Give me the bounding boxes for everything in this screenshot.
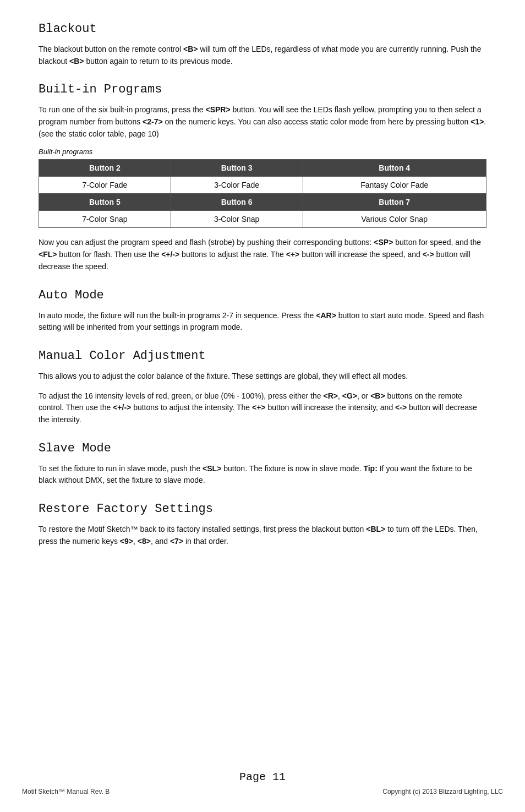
table-data-cell: Various Color Snap [303,211,486,228]
footer-bar: Motif Sketch™ Manual Rev. B Copyright (c… [0,788,525,795]
table-row: 7-Color Fade 3-Color Fade Fantasy Color … [39,177,486,194]
table-header-cell: Button 6 [171,194,303,211]
table-row: Button 5 Button 6 Button 7 [39,194,486,211]
section-title-blackout: Blackout [39,22,486,36]
table-header-cell: Button 7 [303,194,486,211]
built-in-programs-table: Button 2 Button 3 Button 4 7-Color Fade … [39,159,486,228]
table-data-cell: 7-Color Snap [39,211,171,228]
table-header-cell: Button 5 [39,194,171,211]
manual-color-para-1: This allows you to adjust the color bala… [39,370,486,383]
table-header-cell: Button 4 [303,160,486,177]
section-title-slave-mode: Slave Mode [39,442,486,455]
slave-mode-para-1: To set the fixture to run in slave mode,… [39,463,486,487]
table-data-cell: 7-Color Fade [39,177,171,194]
table-header-cell: Button 2 [39,160,171,177]
table-label: Built-in programs [39,148,486,156]
table-row: Button 2 Button 3 Button 4 [39,160,486,177]
page-number: Page 11 [239,771,286,783]
page-content: Blackout The blackout button on the remo… [0,0,525,599]
built-in-programs-para-2: Now you can adjust the program speed and… [39,237,486,273]
section-title-manual-color-adjustment: Manual Color Adjustment [39,349,486,363]
section-title-built-in-programs: Built-in Programs [39,83,486,96]
table-data-cell: Fantasy Color Fade [303,177,486,194]
table-header-cell: Button 3 [171,160,303,177]
footer-right: Copyright (c) 2013 Blizzard Lighting, LL… [382,788,503,795]
footer-left: Motif Sketch™ Manual Rev. B [22,788,110,795]
blackout-para-1: The blackout button on the remote contro… [39,43,486,67]
table-data-cell: 3-Color Fade [171,177,303,194]
table-row: 7-Color Snap 3-Color Snap Various Color … [39,211,486,228]
table-data-cell: 3-Color Snap [171,211,303,228]
built-in-programs-para-1: To run one of the six built-in programs,… [39,104,486,140]
section-title-auto-mode: Auto Mode [39,288,486,302]
section-title-restore-factory: Restore Factory Settings [39,502,486,516]
restore-factory-para-1: To restore the Motif Sketch™ back to its… [39,524,486,547]
page-footer: Page 11 Motif Sketch™ Manual Rev. B Copy… [0,771,525,795]
auto-mode-para-1: In auto mode, the fixture will run the b… [39,310,486,334]
manual-color-para-2: To adjust the 16 intensity levels of red… [39,390,486,426]
